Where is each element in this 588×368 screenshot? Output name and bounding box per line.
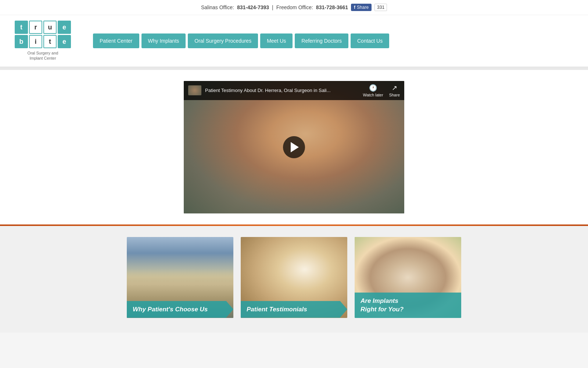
- share-icon: ↗: [392, 84, 397, 92]
- header-divider: [0, 67, 588, 70]
- facebook-share-button[interactable]: f Share: [351, 4, 372, 11]
- card-label-testimonials: Patient Testimonials: [241, 301, 347, 318]
- video-container[interactable]: Patient Testimony About Dr. Herrera, Ora…: [184, 81, 404, 213]
- salinas-phone: 831-424-7393: [237, 4, 269, 10]
- play-button[interactable]: [283, 136, 305, 158]
- card-implants[interactable]: Are Implants Right for You?: [355, 237, 461, 318]
- separator: |: [272, 4, 273, 10]
- clock-icon: 🕐: [369, 84, 377, 92]
- card-why-choose[interactable]: Why Patient's Choose Us: [127, 237, 233, 318]
- nav-oral-surgery[interactable]: Oral Surgery Procedures: [188, 33, 258, 48]
- fb-share-label: Share: [357, 5, 369, 10]
- logo-e2: e: [58, 35, 71, 48]
- video-thumb-small: [188, 85, 201, 95]
- freedom-phone: 831-728-3661: [316, 4, 348, 10]
- logo-grid: t r u e b i t e: [15, 21, 71, 48]
- logo-t2: t: [43, 35, 57, 48]
- main-nav: Patient Center Why Implants Oral Surgery…: [93, 33, 389, 48]
- video-top-bar: Patient Testimony About Dr. Herrera, Ora…: [184, 81, 404, 100]
- watch-later-button[interactable]: 🕐 Watch later: [363, 84, 383, 97]
- video-share-label: Share: [389, 93, 400, 97]
- video-section: Patient Testimony About Dr. Herrera, Ora…: [0, 70, 588, 224]
- top-bar: Salinas Office: 831-424-7393 | Freedom O…: [0, 0, 588, 15]
- video-share-button[interactable]: ↗ Share: [389, 84, 400, 97]
- logo-b: b: [15, 35, 28, 48]
- video-title: Patient Testimony About Dr. Herrera, Ora…: [205, 88, 359, 93]
- salinas-label: Salinas Office:: [201, 4, 234, 10]
- video-thumbnail: Patient Testimony About Dr. Herrera, Ora…: [184, 81, 404, 213]
- video-controls-right: 🕐 Watch later ↗ Share: [363, 84, 400, 97]
- nav-referring-doctors[interactable]: Referring Doctors: [295, 33, 348, 48]
- play-triangle-icon: [291, 142, 299, 152]
- logo[interactable]: t r u e b i t e Oral Surgery and Implant…: [15, 21, 71, 61]
- logo-e1: e: [58, 21, 71, 34]
- logo-tagline: Oral Surgery and Implant Center: [28, 50, 58, 61]
- logo-t: t: [15, 21, 28, 34]
- watch-later-label: Watch later: [363, 93, 383, 97]
- share-count: 331: [374, 4, 387, 11]
- cards-section: Why Patient's Choose Us Patient Testimon…: [0, 226, 588, 333]
- facebook-icon: f: [354, 5, 355, 10]
- thumb-inner: [188, 85, 201, 95]
- nav-meet-us[interactable]: Meet Us: [260, 33, 293, 48]
- card-testimonials[interactable]: Patient Testimonials: [241, 237, 347, 318]
- nav-patient-center[interactable]: Patient Center: [93, 33, 139, 48]
- card-label-implants: Are Implants Right for You?: [355, 293, 461, 318]
- logo-i: i: [29, 35, 42, 48]
- nav-why-implants[interactable]: Why Implants: [141, 33, 186, 48]
- logo-r: r: [29, 21, 42, 34]
- header: t r u e b i t e Oral Surgery and Implant…: [0, 15, 588, 67]
- logo-u: u: [43, 21, 57, 34]
- nav-contact-us[interactable]: Contact Us: [351, 33, 389, 48]
- card-label-why-choose: Why Patient's Choose Us: [127, 301, 233, 318]
- freedom-label: Freedom Office:: [276, 4, 313, 10]
